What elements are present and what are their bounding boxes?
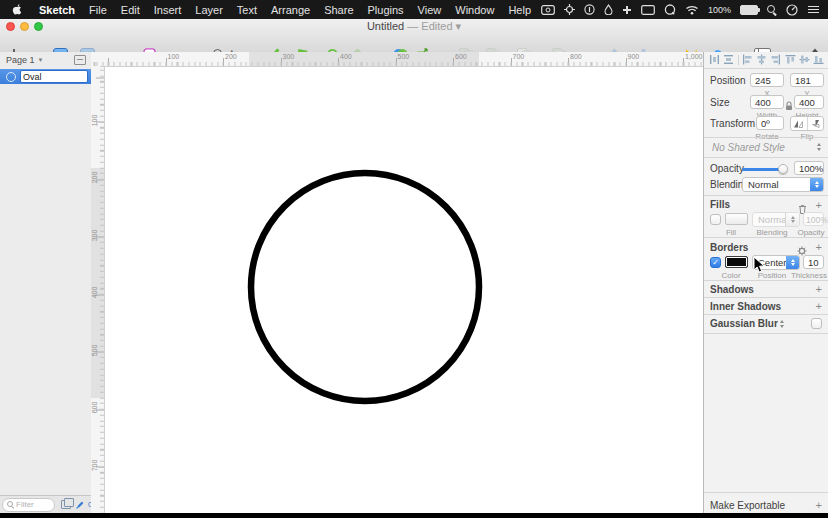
add-shadow-icon[interactable]: +: [816, 283, 822, 295]
blending-stepper-icon[interactable]: [810, 178, 823, 191]
ruler-h-label: 500: [398, 53, 410, 60]
battery-icon: [740, 5, 758, 15]
filter-input[interactable]: [16, 500, 54, 509]
drop-icon[interactable]: [604, 4, 613, 15]
layer-row-oval[interactable]: [0, 69, 91, 84]
border-color-swatch[interactable]: [725, 256, 748, 268]
ruler-v-label: 600: [91, 394, 98, 422]
menu-item-plugins[interactable]: Plugins: [368, 4, 404, 16]
align-center-horizontal-icon[interactable]: [756, 51, 767, 69]
menu-item-insert[interactable]: Insert: [154, 4, 182, 16]
oval-shape[interactable]: [91, 52, 703, 513]
siri-clock-icon[interactable]: [786, 4, 798, 16]
align-left-icon[interactable]: [742, 51, 753, 69]
fill-enabled-checkbox[interactable]: [710, 214, 721, 225]
border-enabled-checkbox[interactable]: [710, 257, 721, 268]
menu-item-arrange[interactable]: Arrange: [271, 4, 310, 16]
shared-style-stepper-icon[interactable]: [817, 143, 821, 151]
position-y-field[interactable]: 181: [790, 73, 824, 87]
ruler-v-label: 700: [91, 451, 98, 479]
page-panel-icon[interactable]: [74, 55, 86, 65]
spotlight-icon[interactable]: [767, 5, 777, 15]
menu-item-window[interactable]: Window: [455, 4, 494, 16]
add-inner-shadow-icon[interactable]: +: [816, 300, 822, 312]
filter-search-icon: [7, 501, 15, 509]
info-circle-icon[interactable]: [584, 4, 595, 15]
fill-color-swatch[interactable]: [725, 213, 748, 225]
page-header[interactable]: Page 1 ▼: [0, 52, 91, 68]
gaussian-blur-checkbox[interactable]: [811, 318, 822, 329]
menu-item-share[interactable]: Share: [324, 4, 353, 16]
menubar-status-area: 100%: [541, 4, 828, 16]
ruler-v-label: 400: [91, 279, 98, 307]
menu-item-text[interactable]: Text: [237, 4, 257, 16]
pages-toggle-icon[interactable]: [61, 500, 71, 509]
border-thickness-field[interactable]: 10: [803, 255, 824, 269]
apple-menu-icon[interactable]: [11, 3, 22, 16]
align-top-icon[interactable]: [785, 51, 796, 69]
inner-shadows-section-title: Inner Shadows: [710, 301, 781, 312]
fill-sublabel: Fill: [716, 228, 746, 237]
notification-center-icon[interactable]: [807, 5, 820, 14]
close-window-button[interactable]: [6, 22, 15, 31]
menu-item-view[interactable]: View: [418, 4, 442, 16]
wifi-icon[interactable]: [685, 5, 699, 15]
size-label: Size: [710, 97, 729, 108]
blending-select[interactable]: Normal: [742, 177, 824, 192]
flip-horizontal-button[interactable]: [791, 117, 807, 130]
bottom-black-strip: [0, 513, 828, 518]
fill-opacity-field: 100%: [803, 212, 824, 226]
layer-name-input[interactable]: [20, 70, 88, 83]
ruler-v-label: 300: [91, 221, 98, 249]
opacity-value-field[interactable]: 100%: [794, 161, 824, 175]
menu-item-sketch[interactable]: Sketch: [39, 4, 75, 16]
zoom-window-button[interactable]: [34, 22, 43, 31]
opacity-label: Opacity: [710, 163, 744, 174]
settings-gear-icon[interactable]: [564, 4, 575, 15]
flip-buttons: [790, 116, 824, 131]
shadows-section-title: Shadows: [710, 284, 754, 295]
display-window-icon[interactable]: [641, 5, 655, 15]
fill-blending-stepper-icon: [785, 213, 799, 226]
fill-blending-select: Normal: [752, 212, 800, 227]
alignment-toolbar: [704, 54, 828, 66]
make-exportable-button[interactable]: Make Exportable: [710, 500, 785, 511]
ruler-h-label: 700: [513, 53, 525, 60]
q-circle-icon[interactable]: [664, 4, 676, 16]
screen-record-icon[interactable]: [541, 5, 555, 15]
menu-item-layer[interactable]: Layer: [195, 4, 223, 16]
align-bottom-icon[interactable]: [813, 51, 824, 69]
document-edited-status: — Edited ▾: [407, 20, 461, 32]
page-label[interactable]: Page 1: [6, 55, 35, 65]
size-height-field[interactable]: 400: [794, 95, 824, 109]
border-color-sublabel: Color: [716, 271, 746, 280]
align-middle-vertical-icon[interactable]: [799, 51, 810, 69]
add-fill-icon[interactable]: +: [816, 199, 822, 211]
size-width-field[interactable]: 400: [750, 95, 784, 109]
pencil-icon[interactable]: [75, 496, 84, 514]
menu-item-help[interactable]: Help: [508, 4, 531, 16]
shared-style-select[interactable]: No Shared Style: [712, 142, 785, 153]
distribute-vertically-icon[interactable]: [723, 51, 734, 69]
flip-vertical-button[interactable]: [808, 117, 824, 130]
horizontal-ruler: 1002003004005006007008009001,000: [91, 52, 703, 67]
filter-box[interactable]: [2, 498, 55, 512]
position-x-field[interactable]: 245: [750, 73, 784, 87]
ruler-h-label: 1,000: [685, 53, 703, 60]
borders-section-title: Borders: [710, 242, 748, 253]
border-position-select[interactable]: Center: [752, 255, 800, 270]
canvas[interactable]: 1002003004005006007008009001,000 1002003…: [91, 52, 703, 513]
add-border-icon[interactable]: +: [816, 241, 822, 253]
opacity-slider-knob[interactable]: [778, 164, 788, 174]
menu-item-edit[interactable]: Edit: [121, 4, 140, 16]
document-title: Untitled: [367, 20, 404, 32]
border-position-stepper-icon[interactable]: [786, 256, 799, 269]
rotate-field[interactable]: 0º: [756, 116, 784, 130]
plus-menu-icon[interactable]: [622, 5, 632, 15]
make-exportable-plus-icon[interactable]: +: [816, 499, 822, 511]
gaussian-blur-stepper-icon[interactable]: [780, 320, 784, 328]
distribute-horizontally-icon[interactable]: [709, 51, 720, 69]
menu-item-file[interactable]: File: [89, 4, 107, 16]
minimize-window-button[interactable]: [20, 22, 29, 31]
align-right-icon[interactable]: [770, 51, 781, 69]
